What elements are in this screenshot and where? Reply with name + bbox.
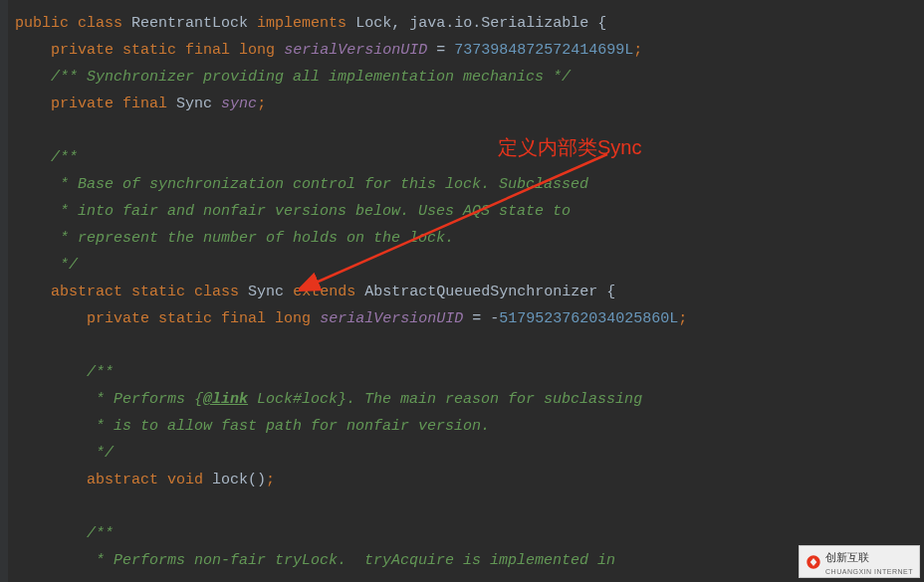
code-line: * Performs non-fair tryLock. tryAcquire … (15, 552, 615, 569)
code-line (15, 337, 24, 354)
code-line: private static final long serialVersionU… (15, 42, 642, 59)
watermark-sub: CHUANGXIN INTERNET (825, 568, 913, 575)
code-line: /** (15, 525, 114, 542)
code-line: private final Sync sync; (15, 96, 266, 112)
watermark-brand: 创新互联 (825, 551, 869, 563)
code-line: * represent the number of holds on the l… (15, 230, 454, 247)
code-line: * Base of synchronization control for th… (15, 176, 588, 193)
code-line (15, 122, 24, 139)
code-line: abstract static class Sync extends Abstr… (15, 284, 615, 300)
code-editor[interactable]: public class ReentrantLock implements Lo… (0, 0, 924, 582)
code-line: /** (15, 149, 78, 166)
code-line: public class ReentrantLock implements Lo… (15, 15, 606, 32)
code-line: * is to allow fast path for nonfair vers… (15, 418, 490, 435)
code-line: */ (15, 445, 114, 462)
code-line: /** (15, 364, 114, 381)
watermark: 创新互联 CHUANGXIN INTERNET (799, 545, 920, 578)
code-line: abstract void lock(); (15, 472, 275, 488)
code-line (15, 498, 24, 515)
watermark-logo-icon (806, 554, 821, 570)
editor-gutter (0, 0, 8, 582)
code-line: /** Synchronizer providing all implement… (15, 69, 571, 86)
code-line: * Performs {@link Lock#lock}. The main r… (15, 391, 642, 408)
code-line: private static final long serialVersionU… (15, 310, 687, 327)
code-line: * into fair and nonfair versions below. … (15, 203, 571, 220)
code-line: */ (15, 257, 78, 274)
